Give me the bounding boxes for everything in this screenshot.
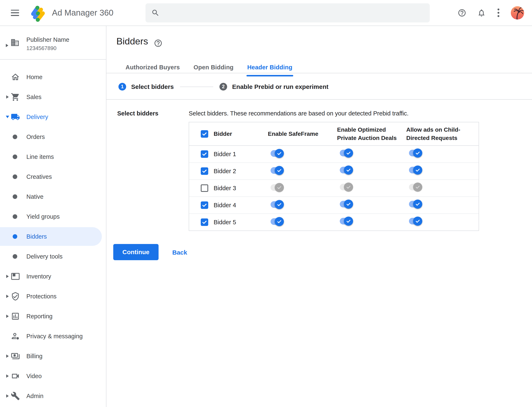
- sidebar-item-sales[interactable]: Sales: [0, 87, 106, 107]
- continue-button[interactable]: Continue: [113, 244, 159, 260]
- sidebar-item-protections[interactable]: Protections: [0, 286, 106, 306]
- search-bar[interactable]: [145, 3, 430, 23]
- safeframe-toggle[interactable]: [271, 149, 284, 158]
- sidebar-item-orders[interactable]: Orders: [0, 127, 106, 147]
- notifications-bell-icon[interactable]: [477, 8, 486, 17]
- column-header-child-directed: Allow ads on Child-Directed Requests: [406, 126, 469, 142]
- expand-caret-icon: [6, 315, 9, 318]
- wrench-icon: [11, 391, 20, 400]
- overflow-menu-icon[interactable]: [497, 8, 500, 17]
- step-select-bidders[interactable]: 1 Select bidders: [119, 83, 174, 91]
- table-header-row: Bidder Enable SafeFrame Enable Optimized…: [189, 122, 479, 146]
- sidebar-item-video[interactable]: Video: [0, 366, 106, 386]
- ad-manager-logo-icon: [28, 4, 47, 22]
- bullet-icon: [13, 214, 17, 219]
- sidebar: Publisher Name 1234567890 Home Sales Del…: [0, 26, 106, 407]
- optimized-deals-toggle[interactable]: [340, 217, 353, 226]
- optimized-deals-toggle[interactable]: [340, 165, 353, 175]
- publisher-selector[interactable]: Publisher Name 1234567890: [0, 26, 106, 60]
- expand-caret-icon: [6, 95, 9, 99]
- sidebar-item-delivery[interactable]: Delivery: [0, 107, 106, 127]
- avatar[interactable]: [511, 6, 524, 20]
- optimized-deals-toggle[interactable]: [340, 182, 353, 192]
- sidebar-item-yield-groups[interactable]: Yield groups: [0, 207, 106, 227]
- tab-header-bidding[interactable]: Header Bidding: [246, 64, 293, 76]
- bullet-icon: [13, 254, 17, 259]
- child-directed-toggle[interactable]: [409, 149, 422, 158]
- bidder-name: Bidder 4: [214, 202, 236, 209]
- description-text: Select bidders. These recommendations ar…: [189, 110, 409, 117]
- sidebar-item-native[interactable]: Native: [0, 187, 106, 207]
- help-icon[interactable]: [458, 8, 466, 17]
- sidebar-item-reporting[interactable]: Reporting: [0, 306, 106, 326]
- child-directed-toggle[interactable]: [409, 200, 422, 209]
- sidebar-item-privacy-messaging[interactable]: Privacy & messaging: [0, 326, 106, 346]
- sidebar-item-delivery-tools[interactable]: Delivery tools: [0, 246, 106, 266]
- table-row: Bidder 4: [189, 197, 479, 214]
- sidebar-nav: Home Sales Delivery Orders Line items Cr…: [0, 60, 106, 406]
- payments-icon: [11, 352, 20, 361]
- section-label: Select bidders: [117, 110, 158, 117]
- bullet-icon: [13, 174, 17, 179]
- shield-check-icon: [11, 292, 20, 301]
- optimized-deals-toggle[interactable]: [340, 149, 353, 158]
- optimized-deals-toggle[interactable]: [340, 200, 353, 209]
- expand-caret-icon: [6, 295, 9, 298]
- bullet-icon: [13, 234, 17, 239]
- row-checkbox[interactable]: [201, 184, 208, 192]
- search-icon: [151, 9, 160, 17]
- hamburger-menu-icon[interactable]: [11, 10, 19, 16]
- search-input[interactable]: [164, 9, 428, 17]
- safeframe-toggle[interactable]: [271, 200, 284, 209]
- top-app-bar: Ad Manager 360: [0, 0, 532, 26]
- safeframe-toggle[interactable]: [271, 217, 284, 226]
- sidebar-item-inventory[interactable]: Inventory: [0, 266, 106, 286]
- sidebar-item-billing[interactable]: Billing: [0, 346, 106, 366]
- content-divider: [106, 99, 532, 100]
- bidder-name: Bidder 5: [214, 219, 236, 226]
- row-checkbox[interactable]: [201, 201, 208, 209]
- bullet-icon: [13, 194, 17, 199]
- expand-caret-icon: [6, 394, 9, 398]
- select-all-checkbox[interactable]: [201, 130, 208, 138]
- sidebar-item-bidders[interactable]: Bidders: [0, 227, 102, 246]
- bidder-name: Bidder 3: [214, 185, 236, 192]
- main-content: Bidders Authorized Buyers Open Bidding H…: [106, 26, 532, 407]
- back-button[interactable]: Back: [169, 246, 191, 258]
- child-directed-toggle[interactable]: [409, 217, 422, 226]
- step-enable-prebid[interactable]: 2 Enable Prebid or run experiment: [219, 83, 328, 91]
- tab-bar: Authorized Buyers Open Bidding Header Bi…: [125, 64, 293, 76]
- table-row: Bidder 1: [189, 146, 479, 163]
- bidder-name: Bidder 1: [214, 151, 236, 158]
- sidebar-item-home[interactable]: Home: [0, 67, 106, 87]
- video-camera-icon: [11, 371, 20, 381]
- row-checkbox[interactable]: [201, 167, 208, 175]
- tab-open-bidding[interactable]: Open Bidding: [193, 64, 234, 76]
- app-name: Ad Manager 360: [52, 8, 113, 17]
- bidders-table: Bidder Enable SafeFrame Enable Optimized…: [189, 122, 479, 231]
- home-icon: [11, 72, 20, 82]
- sidebar-item-creatives[interactable]: Creatives: [0, 167, 106, 187]
- safeframe-toggle[interactable]: [271, 166, 284, 175]
- child-directed-toggle[interactable]: [409, 165, 422, 175]
- expand-caret-icon: [6, 275, 9, 278]
- row-checkbox[interactable]: [201, 219, 208, 226]
- title-help-icon[interactable]: [154, 39, 162, 47]
- sidebar-item-line-items[interactable]: Line items: [0, 147, 106, 167]
- column-header-bidder: Bidder: [214, 131, 232, 137]
- tabs-divider: [106, 73, 532, 73]
- tab-authorized-buyers[interactable]: Authorized Buyers: [125, 64, 181, 76]
- child-directed-toggle[interactable]: [409, 182, 422, 192]
- publisher-id: 1234567890: [26, 45, 56, 52]
- table-row: Bidder 5: [189, 214, 479, 230]
- safeframe-toggle[interactable]: [271, 183, 284, 192]
- step-number-badge: 2: [219, 83, 227, 91]
- column-header-optimized-deals: Enable Optimized Private Auction Deals: [337, 126, 399, 142]
- row-checkbox[interactable]: [201, 150, 208, 158]
- sidebar-item-admin[interactable]: Admin: [0, 386, 106, 406]
- collapse-caret-icon: [6, 116, 9, 118]
- bar-chart-icon: [11, 312, 20, 321]
- person-privacy-icon: [11, 332, 20, 341]
- expand-caret-icon: [6, 374, 9, 378]
- step-connector-line: [180, 86, 213, 87]
